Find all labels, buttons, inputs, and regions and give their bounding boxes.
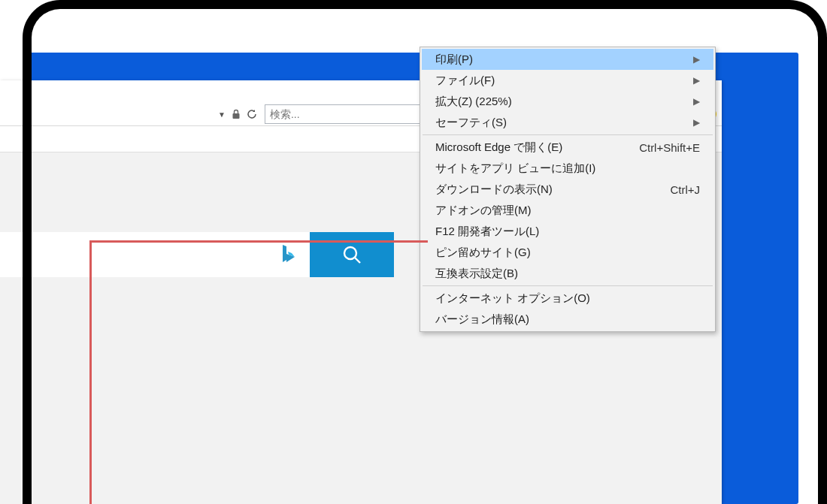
menu-item[interactable]: バージョン情報(A) — [422, 309, 713, 330]
menu-item[interactable]: アドオンの管理(M) — [422, 200, 713, 221]
refresh-icon[interactable] — [247, 109, 257, 119]
menu-item-label: 互換表示設定(B) — [435, 267, 700, 281]
bing-search-button[interactable] — [310, 232, 394, 277]
svg-line-17 — [355, 258, 360, 263]
menu-item[interactable]: 拡大(Z) (225%)▶ — [422, 91, 713, 112]
svg-rect-4 — [232, 113, 239, 119]
menu-item-shortcut: Ctrl+Shift+E — [639, 141, 700, 154]
chevron-right-icon: ▶ — [693, 75, 700, 86]
menu-item-label: 印刷(P) — [435, 53, 693, 67]
menu-item-label: F12 開発者ツール(L) — [435, 225, 700, 239]
chevron-right-icon: ▶ — [693, 96, 700, 107]
menu-item-label: インターネット オプション(O) — [435, 291, 700, 306]
menu-separator — [423, 285, 713, 286]
menu-item-label: 拡大(Z) (225%) — [435, 95, 693, 109]
menu-item[interactable]: F12 開発者ツール(L) — [422, 221, 713, 242]
settings-menu: 印刷(P)▶ファイル(F)▶拡大(Z) (225%)▶セーフティ(S)▶Micr… — [420, 47, 716, 332]
menu-item-label: ピン留めサイト(G) — [435, 246, 700, 260]
menu-item-label: Microsoft Edge で開く(E) — [435, 140, 639, 155]
menu-item[interactable]: 互換表示設定(B) — [422, 263, 713, 284]
svg-point-16 — [344, 247, 356, 259]
menu-item[interactable]: Microsoft Edge で開く(E)Ctrl+Shift+E — [422, 137, 713, 158]
chevron-down-icon[interactable]: ▼ — [218, 110, 226, 119]
menu-item[interactable]: ピン留めサイト(G) — [422, 242, 713, 263]
menu-item-label: アドオンの管理(M) — [435, 204, 700, 218]
menu-item-shortcut: Ctrl+J — [670, 183, 700, 196]
search-icon — [341, 243, 363, 266]
menu-item[interactable]: サイトをアプリ ビューに追加(I) — [422, 158, 713, 179]
lock-icon — [232, 109, 241, 119]
menu-item[interactable]: セーフティ(S)▶ — [422, 112, 713, 133]
bing-logo-icon — [280, 243, 298, 266]
menu-item-label: ダウンロードの表示(N) — [435, 183, 670, 197]
menu-item-label: バージョン情報(A) — [435, 312, 700, 327]
menu-item-label: セーフティ(S) — [435, 116, 693, 130]
menu-item[interactable]: インターネット オプション(O) — [422, 288, 713, 309]
menu-item[interactable]: ダウンロードの表示(N)Ctrl+J — [422, 179, 713, 200]
bing-search-row — [0, 232, 394, 277]
chevron-right-icon: ▶ — [693, 54, 700, 65]
menu-item-label: サイトをアプリ ビューに追加(I) — [435, 161, 700, 176]
menu-item[interactable]: 印刷(P)▶ — [422, 49, 713, 70]
address-bar-controls: ▼ — [218, 109, 257, 119]
menu-item[interactable]: ファイル(F)▶ — [422, 70, 713, 91]
menu-separator — [423, 134, 713, 135]
chevron-right-icon: ▶ — [693, 117, 700, 128]
menu-item-label: ファイル(F) — [435, 74, 693, 88]
